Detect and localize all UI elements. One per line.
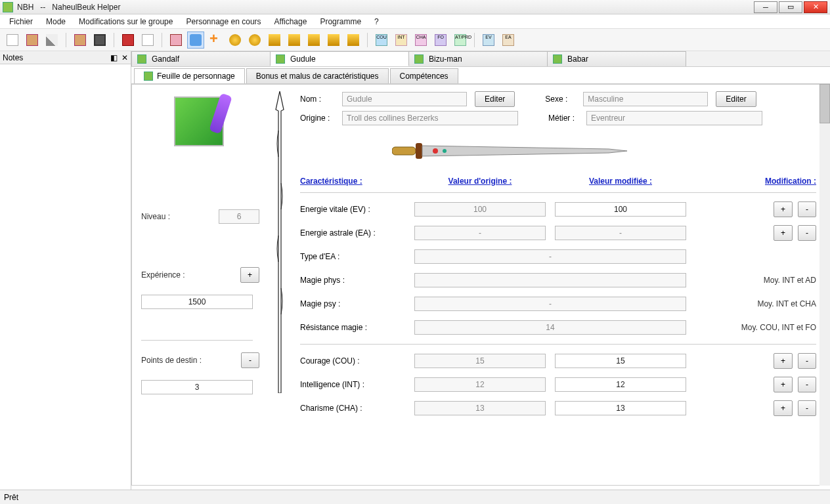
stat-res-note: Moy. COU, INT et FO bbox=[741, 323, 816, 332]
origine-label: Origine : bbox=[300, 114, 334, 123]
character-icon bbox=[137, 54, 146, 64]
tool-coins-stack-add[interactable] bbox=[286, 32, 303, 49]
stat-cou-modified[interactable] bbox=[555, 354, 686, 368]
stat-ea-minus[interactable]: - bbox=[798, 225, 816, 241]
tool-add[interactable]: + bbox=[207, 32, 224, 49]
tool-coins-remove-1[interactable] bbox=[325, 32, 342, 49]
stat-ev-modified[interactable] bbox=[555, 202, 686, 217]
menu-help[interactable]: ? bbox=[368, 15, 385, 28]
tool-badge-ea[interactable]: EA bbox=[500, 32, 517, 49]
subtab-feuille[interactable]: Feuille de personnage bbox=[134, 68, 245, 83]
menu-programme[interactable]: Programme bbox=[313, 15, 368, 28]
tool-coins-add-2[interactable] bbox=[246, 32, 263, 49]
sexe-edit-button[interactable]: Editer bbox=[716, 91, 756, 107]
nom-edit-button[interactable]: Editer bbox=[475, 91, 515, 107]
tool-badge-fo[interactable]: FO bbox=[432, 32, 449, 49]
stat-cha-label: Charisme (CHA) : bbox=[300, 404, 405, 413]
menu-modif-groupe[interactable]: Modifications sur le groupe bbox=[72, 15, 179, 28]
maximize-button[interactable]: ▭ bbox=[779, 1, 802, 13]
stat-mpsy-label: Magie psy : bbox=[300, 299, 405, 308]
character-sheet: Niveau : Expérience : + Points de destin… bbox=[131, 84, 826, 486]
experience-plus-button[interactable]: + bbox=[240, 267, 259, 283]
tool-badge-cou[interactable]: COU bbox=[373, 32, 390, 49]
sub-tabs: Feuille de personnage Bonus et malus de … bbox=[131, 67, 830, 84]
tab-babar[interactable]: Babar bbox=[547, 51, 686, 66]
stat-int-plus[interactable]: + bbox=[774, 377, 793, 392]
destin-field[interactable] bbox=[141, 380, 253, 394]
tool-badge-at[interactable]: AT/PRD bbox=[452, 32, 469, 49]
subtab-label: Compétences bbox=[400, 72, 448, 81]
tool-box-1[interactable] bbox=[24, 32, 41, 49]
app-title: NaheulBeuk Helper bbox=[52, 3, 120, 12]
notes-panel: Notes ◧ ✕ bbox=[0, 51, 131, 490]
tool-badge-cha[interactable]: CHA bbox=[412, 32, 429, 49]
subtab-bonus[interactable]: Bonus et malus de caractéristiques bbox=[246, 68, 389, 83]
tool-chat[interactable] bbox=[187, 32, 204, 49]
tool-book[interactable] bbox=[120, 32, 137, 49]
stat-mpsy-value bbox=[414, 297, 686, 311]
stat-cha-plus[interactable]: + bbox=[774, 400, 793, 416]
tool-save[interactable] bbox=[91, 32, 108, 49]
tool-box-2[interactable] bbox=[72, 32, 89, 49]
menu-fichier[interactable]: Fichier bbox=[3, 15, 39, 28]
experience-label: Expérience : bbox=[141, 270, 236, 280]
tool-badge-int[interactable]: INT bbox=[393, 32, 410, 49]
character-icon bbox=[414, 54, 424, 64]
menu-perso-en-cours[interactable]: Personnage en cours bbox=[179, 15, 267, 28]
header-caracteristique: Caractéristique : bbox=[300, 177, 405, 186]
tool-new[interactable] bbox=[4, 32, 21, 49]
tool-coins-remove-2[interactable] bbox=[345, 32, 362, 49]
notes-close-icon[interactable]: ✕ bbox=[121, 53, 128, 62]
tool-badge-ev[interactable]: EV bbox=[480, 32, 497, 49]
tab-gudule[interactable]: Gudule bbox=[270, 51, 409, 66]
experience-field[interactable] bbox=[141, 295, 253, 309]
stat-cou-plus[interactable]: + bbox=[774, 353, 793, 369]
stat-cou-minus[interactable]: - bbox=[798, 353, 816, 369]
stat-ea-plus[interactable]: + bbox=[774, 225, 793, 241]
menu-mode[interactable]: Mode bbox=[39, 15, 72, 28]
stat-mphys-note: Moy. INT et AD bbox=[764, 276, 816, 285]
tool-coins-stack-1[interactable] bbox=[266, 32, 283, 49]
tool-user-remove[interactable] bbox=[167, 32, 185, 49]
subtab-comp[interactable]: Compétences bbox=[390, 68, 458, 83]
tab-bizuman[interactable]: Bizu-man bbox=[408, 51, 548, 66]
menu-bar: Fichier Mode Modifications sur le groupe… bbox=[0, 14, 830, 29]
stat-ev-label: Energie vitale (EV) : bbox=[300, 205, 405, 214]
app-title-short: NBH bbox=[17, 3, 33, 12]
metier-label: Métier : bbox=[548, 114, 579, 123]
stat-ea-origin bbox=[414, 226, 546, 240]
header-valeur-modifiee: Valeur modifiée : bbox=[555, 177, 686, 186]
tool-doc[interactable] bbox=[139, 32, 156, 49]
notes-undock-icon[interactable]: ◧ bbox=[110, 53, 118, 62]
vertical-scrollbar[interactable] bbox=[819, 84, 830, 486]
close-button[interactable]: ✕ bbox=[804, 1, 827, 13]
stat-int-minus[interactable]: - bbox=[798, 377, 816, 392]
title-bar: NBH -- NaheulBeuk Helper ─ ▭ ✕ bbox=[0, 0, 830, 14]
origine-field bbox=[342, 111, 518, 125]
status-bar: Prêt bbox=[0, 490, 830, 504]
character-tabs: Gandalf Gudule Bizu-man Babar bbox=[131, 51, 830, 67]
minimize-button[interactable]: ─ bbox=[754, 1, 777, 13]
scrollbar-thumb[interactable] bbox=[819, 84, 830, 123]
tool-coins-add-1[interactable] bbox=[227, 32, 244, 49]
stat-int-origin bbox=[414, 377, 546, 392]
tab-gandalf[interactable]: Gandalf bbox=[131, 51, 271, 66]
stat-ev-plus[interactable]: + bbox=[774, 201, 793, 217]
svg-point-4 bbox=[443, 149, 447, 153]
status-text: Prêt bbox=[4, 493, 18, 502]
destin-minus-button[interactable]: - bbox=[241, 352, 259, 368]
stat-cha-minus[interactable]: - bbox=[798, 400, 816, 416]
stat-res-value bbox=[414, 320, 686, 335]
stat-cha-modified[interactable] bbox=[555, 401, 686, 415]
tab-label: Babar bbox=[567, 54, 588, 64]
tool-edit[interactable] bbox=[43, 32, 60, 49]
tab-label: Bizu-man bbox=[429, 54, 462, 64]
notes-body[interactable] bbox=[0, 64, 131, 490]
stat-int-modified[interactable] bbox=[555, 377, 686, 392]
tab-label: Gudule bbox=[290, 54, 316, 64]
menu-affichage[interactable]: Affichage bbox=[268, 15, 314, 28]
svg-marker-2 bbox=[422, 146, 627, 156]
spear-divider bbox=[271, 91, 288, 478]
tool-coins-stack-2[interactable] bbox=[305, 32, 322, 49]
stat-ev-minus[interactable]: - bbox=[798, 201, 816, 217]
